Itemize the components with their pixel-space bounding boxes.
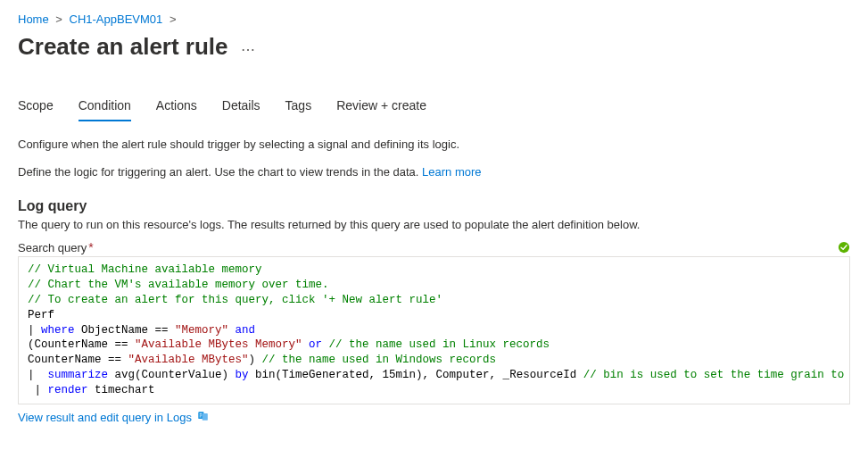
code-comment: // Chart the VM's available memory over … — [28, 279, 329, 291]
code-text: ObjectName == — [75, 324, 176, 337]
log-query-description: The query to run on this resource's logs… — [18, 218, 850, 231]
code-comment: // bin is used to set the time grain to … — [583, 369, 850, 381]
code-keyword: summarize — [48, 369, 109, 381]
breadcrumb-sep-2: > — [169, 12, 177, 26]
code-comment: // To create an alert for this query, cl… — [28, 294, 442, 306]
breadcrumb-home[interactable]: Home — [18, 12, 49, 26]
breadcrumb-item-1[interactable]: CH1-AppBEVM01 — [70, 12, 163, 26]
code-comment: // Virtual Machine available memory — [28, 263, 262, 276]
code-text: | — [28, 369, 48, 381]
code-text: Perf — [28, 309, 54, 321]
breadcrumb: Home > CH1-AppBEVM01 > — [18, 9, 850, 33]
code-text: ) — [249, 354, 262, 366]
code-comment: // the name used in Windows records — [262, 354, 497, 366]
tab-details[interactable]: Details — [222, 93, 260, 121]
page-title: Create an alert rule — [18, 33, 228, 61]
tabs: Scope Condition Actions Details Tags Rev… — [18, 93, 850, 121]
svg-rect-2 — [203, 413, 208, 421]
code-keyword: or — [302, 338, 329, 351]
search-query-label: Search query — [18, 241, 87, 254]
code-text: bin(TimeGenerated, 15min), Computer, _Re… — [249, 369, 583, 381]
code-text: (CounterName == — [28, 338, 135, 351]
code-keyword: render — [48, 384, 88, 396]
code-string: "Available MBytes" — [128, 354, 249, 366]
title-row: Create an alert rule ⋯ — [18, 33, 850, 68]
logs-icon[interactable] — [197, 410, 210, 425]
intro-text-1: Configure when the alert rule should tri… — [18, 138, 850, 151]
breadcrumb-sep-1: > — [55, 12, 62, 26]
intro-text-2-body: Define the logic for triggering an alert… — [18, 165, 418, 179]
code-string: "Memory" — [175, 324, 228, 337]
code-text: | — [28, 324, 41, 337]
code-keyword: and — [228, 324, 255, 337]
more-actions-icon[interactable]: ⋯ — [241, 36, 257, 58]
required-asterisk: * — [88, 240, 93, 254]
learn-more-link[interactable]: Learn more — [422, 165, 481, 179]
check-circle-icon — [838, 241, 850, 254]
view-results-row: View result and edit query in Logs — [18, 410, 850, 425]
search-query-label-wrap: Search query* — [18, 240, 94, 254]
log-query-header: Log query — [18, 198, 850, 214]
code-text: timechart — [88, 384, 155, 396]
svg-point-0 — [839, 242, 849, 253]
search-query-input[interactable]: // Virtual Machine available memory // C… — [18, 256, 850, 404]
tab-condition[interactable]: Condition — [79, 93, 131, 121]
code-text: | — [28, 384, 48, 396]
tab-review[interactable]: Review + create — [336, 93, 426, 121]
code-comment: // the name used in Linux records — [329, 338, 550, 351]
code-text: CounterName == — [28, 354, 128, 366]
code-string: "Available MBytes Memory" — [135, 338, 302, 351]
tab-scope[interactable]: Scope — [18, 93, 54, 121]
code-keyword: where — [41, 324, 75, 337]
tab-tags[interactable]: Tags — [285, 93, 312, 121]
code-keyword: by — [236, 369, 249, 381]
tab-actions[interactable]: Actions — [156, 93, 197, 121]
search-query-label-row: Search query* — [18, 240, 850, 254]
code-text: avg(CounterValue) — [108, 369, 236, 381]
intro-text-2: Define the logic for triggering an alert… — [18, 165, 850, 179]
view-results-link[interactable]: View result and edit query in Logs — [18, 411, 192, 424]
